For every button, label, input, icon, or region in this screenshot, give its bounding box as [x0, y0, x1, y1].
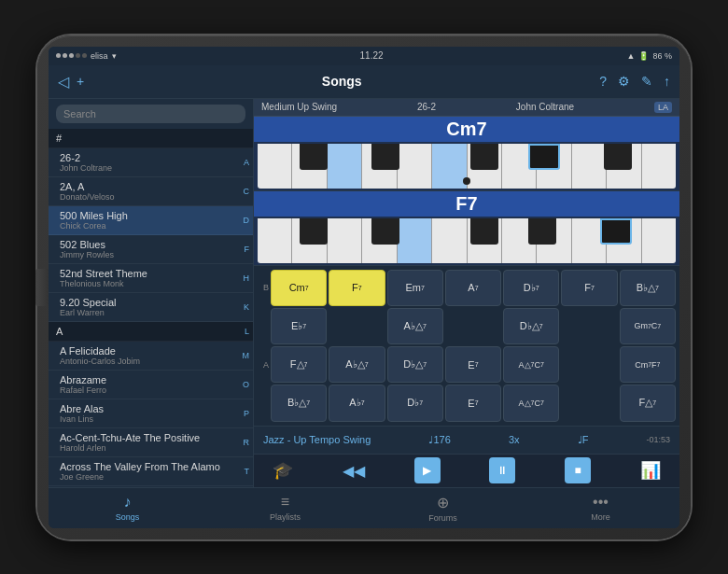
- chord-cell[interactable]: A♭7: [329, 385, 385, 421]
- chord-cell[interactable]: D♭△7: [387, 346, 443, 383]
- tab-songs[interactable]: ♪ Songs: [49, 488, 206, 528]
- song-header-title: Medium Up Swing: [261, 102, 337, 112]
- piano-key-white: [572, 144, 607, 189]
- list-item[interactable]: A Felicidade Antonio-Carlos Jobim M: [49, 342, 253, 371]
- status-left: elisa ▾: [56, 51, 117, 61]
- chord-cell[interactable]: E7: [445, 385, 501, 421]
- chord-cell[interactable]: Cm7 F7: [620, 346, 676, 383]
- chord-cell[interactable]: E7: [445, 346, 501, 383]
- list-item[interactable]: 9.20 Special Earl Warren K: [49, 293, 253, 322]
- song-artist: Harold Arlen: [60, 443, 245, 453]
- chord-cell[interactable]: D♭7: [387, 385, 443, 421]
- edit-icon[interactable]: ✎: [641, 74, 652, 89]
- status-right: ▲ 🔋 86 %: [627, 51, 672, 61]
- tab-playlists[interactable]: ≡ Playlists: [206, 488, 364, 528]
- add-button[interactable]: +: [77, 74, 84, 89]
- chord-cell[interactable]: Gm7 C7: [620, 308, 676, 344]
- wifi-icon: ▾: [112, 51, 117, 61]
- play-button[interactable]: ▶: [414, 457, 441, 483]
- chord-cell[interactable]: Cm7: [271, 270, 327, 306]
- chord-cell[interactable]: F7: [329, 270, 385, 306]
- chart-button[interactable]: 📊: [640, 460, 661, 481]
- search-bar: [49, 99, 253, 129]
- chord-chart: B Cm7 F7 Em7 A7 D♭7 F7 B♭△7 E♭7 A: [254, 266, 679, 426]
- piano-key-white: [468, 218, 502, 263]
- chord-cell[interactable]: Em7: [387, 270, 443, 306]
- chord-cell[interactable]: B♭△7: [620, 270, 676, 306]
- chord-label-1: Cm7: [254, 117, 679, 142]
- song-artist: Thelonious Monk: [60, 279, 245, 288]
- metronome-button[interactable]: 🎓: [273, 460, 293, 481]
- main-content: # 26-2 John Coltrane A 2A, A Donato/Velo…: [49, 99, 679, 487]
- signal-dot-5: [82, 53, 87, 58]
- piano-section-1: Cm7: [254, 117, 679, 191]
- chord-cell: [329, 308, 385, 344]
- piano-key-white-active: [398, 218, 432, 263]
- song-items[interactable]: # 26-2 John Coltrane A 2A, A Donato/Velo…: [49, 129, 253, 487]
- chord-cell[interactable]: A△7 C7: [503, 346, 559, 383]
- piano-key-white: [502, 144, 537, 189]
- time-remaining: -01:53: [646, 435, 670, 444]
- piano-key-white: [362, 218, 397, 263]
- forums-icon: ⊕: [437, 494, 449, 511]
- chord-cell[interactable]: D♭7: [503, 270, 559, 306]
- tempo-label: ♩176: [428, 434, 450, 446]
- chord-cell[interactable]: D♭△7: [503, 308, 559, 344]
- piano-key-white: [607, 218, 641, 263]
- signal-dot-1: [56, 53, 61, 58]
- list-item[interactable]: 2A, A Donato/Veloso C: [49, 177, 253, 206]
- settings-icon[interactable]: ⚙: [618, 74, 630, 89]
- song-name: 52nd Street Theme: [60, 268, 245, 279]
- chord-viewer: Medium Up Swing 26-2 John Coltrane LA Cm…: [254, 99, 679, 487]
- signal-dots: [56, 53, 87, 58]
- list-item[interactable]: Abrazame Rafael Ferro O: [49, 371, 253, 399]
- songs-icon: ♪: [124, 494, 132, 511]
- chord-cell[interactable]: A△7 C7: [503, 385, 559, 421]
- piano-key-white: [258, 218, 292, 263]
- piano-key-white: [537, 144, 571, 189]
- home-button[interactable]: [35, 269, 49, 306]
- share-icon[interactable]: ↑: [664, 74, 670, 89]
- chord-cell[interactable]: A♭△7: [387, 308, 443, 344]
- stop-button[interactable]: ■: [565, 457, 591, 483]
- list-item[interactable]: Adam's Apple Wayne Shorter U: [49, 486, 253, 487]
- piano-key-white: [292, 144, 327, 189]
- chord-cell[interactable]: E♭7: [271, 308, 327, 344]
- chord-cell[interactable]: A♭△7: [329, 346, 385, 383]
- song-artist: Jimmy Rowles: [60, 250, 245, 259]
- chord-row: A F△7 A♭△7 D♭△7 E7 A△7 C7 Cm7 F7: [258, 346, 676, 383]
- tablet-device: elisa ▾ 11.22 ▲ 🔋 86 % ◁ + Songs ? ⚙ ✎ ↑: [37, 35, 691, 539]
- chord-cell[interactable]: F△7: [271, 346, 327, 383]
- more-icon: •••: [593, 494, 609, 511]
- list-item: #: [49, 129, 253, 148]
- list-item[interactable]: 502 Blues Jimmy Rowles F: [49, 235, 253, 264]
- tab-songs-label: Songs: [116, 512, 140, 522]
- back-button[interactable]: ◁: [58, 73, 69, 91]
- song-name: 9.20 Special: [60, 297, 245, 308]
- song-name: 500 Miles High: [60, 210, 245, 221]
- chord-cell[interactable]: F7: [561, 270, 617, 306]
- song-artist: Joe Greene: [60, 472, 245, 482]
- list-item[interactable]: 52nd Street Theme Thelonious Monk H: [49, 264, 253, 293]
- help-icon[interactable]: ?: [599, 74, 607, 89]
- chord-cell[interactable]: B♭△7: [271, 385, 327, 421]
- list-item[interactable]: 26-2 John Coltrane A: [49, 148, 253, 177]
- rewind-button[interactable]: ◀◀: [343, 462, 365, 480]
- song-header-number: 26-2: [417, 102, 436, 112]
- list-item[interactable]: Abre Alas Ivan Lins P: [49, 399, 253, 428]
- nav-bar: ◁ + Songs ? ⚙ ✎ ↑: [49, 65, 679, 99]
- tab-more[interactable]: ••• More: [522, 488, 679, 528]
- pause-button[interactable]: ⏸: [489, 457, 515, 483]
- song-name: Abrazame: [60, 374, 245, 385]
- list-item[interactable]: Across The Valley From The Alamo Joe Gre…: [49, 457, 253, 486]
- status-time: 11.22: [360, 50, 384, 61]
- list-item[interactable]: 500 Miles High Chick Corea D: [49, 206, 253, 235]
- list-item[interactable]: Ac-Cent-Tchu-Ate The Positive Harold Arl…: [49, 428, 253, 457]
- song-name: A: [56, 326, 63, 337]
- chord-cell[interactable]: F△7: [620, 385, 676, 421]
- search-input[interactable]: [56, 105, 245, 123]
- chord-cell: [561, 385, 617, 421]
- tab-forums[interactable]: ⊕ Forums: [364, 488, 522, 528]
- chord-cell[interactable]: A7: [445, 270, 501, 306]
- row-label: B: [258, 283, 269, 292]
